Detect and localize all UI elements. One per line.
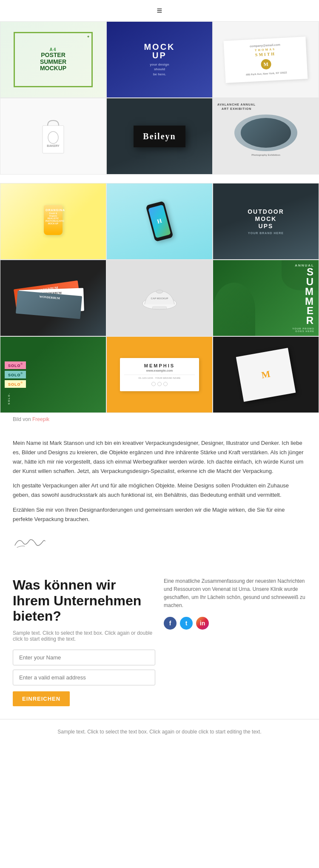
contact-right-text: Eine monatliche Zusammenfassung der neue…	[164, 577, 306, 610]
gallery-cell-poster[interactable]: A4 POSTERSUMMERMOCKUP ✦	[0, 21, 106, 98]
svg-text:CAP MOCKUP: CAP MOCKUP	[151, 297, 168, 300]
gallery-row-1: A4 POSTERSUMMERMOCKUP ✦ MOCKUP your desi…	[0, 21, 319, 98]
gallery-row-2: BAKERY Beileyn AVALANCHE ANNUALART EXHIB…	[0, 98, 319, 175]
gallery-cell-drink[interactable]: ORANGINA Fresh & Organic REALISTICPHOTOR…	[0, 183, 106, 260]
gallery-cell-business[interactable]: company@email.com THOMASSMITH M 485 Park…	[213, 21, 319, 98]
gallery-spacer-1	[0, 175, 319, 183]
about-paragraph-3: Erzählen Sie mir von Ihren Designanforde…	[13, 505, 306, 524]
gallery-cell-sign[interactable]: Beileyn	[106, 98, 213, 175]
instagram-icon[interactable]: in	[196, 617, 209, 630]
cap-illustration: CAP MOCKUP	[140, 283, 179, 313]
gallery-cell-memphis[interactable]: MEMPHIS www.example.com 01-123-1234 · YO…	[106, 336, 213, 413]
svg-rect-0	[43, 126, 64, 153]
submit-button[interactable]: EINREICHEN	[13, 691, 70, 706]
gallery-cell-letter[interactable]: M	[213, 336, 319, 413]
gallery-cell-mockup[interactable]: MOCKUP your designshouldbe here.	[106, 21, 213, 98]
gallery-cell-cap[interactable]: CAP MOCKUP	[106, 260, 213, 336]
twitter-icon[interactable]: t	[180, 617, 193, 630]
about-section: Mein Name ist Mark Stanson und ich bin e…	[0, 426, 319, 564]
footer-text: Sample text. Click to select the text bo…	[13, 728, 306, 736]
about-paragraph-2: Ich gestalte Verpackungen aller Art und …	[13, 481, 306, 500]
gallery-row-4: WONDERBUM WONDERBUM Karina Dryso WONDERB…	[0, 260, 319, 336]
contact-right: Eine monatliche Zusammenfassung der neue…	[164, 577, 306, 630]
contact-section: Was können wir Ihrem Unternehmen bieten?…	[0, 564, 319, 719]
gallery-cell-outdoor[interactable]: OUTDOORMOCKUPS YOUR BRAND HERE	[213, 183, 319, 260]
svg-point-4	[156, 290, 163, 293]
signature-illustration	[13, 533, 47, 550]
svg-rect-5	[152, 307, 167, 309]
gallery-cell-avalanche[interactable]: AVALANCHE ANNUALART EXHIBITION Photograp…	[213, 98, 319, 175]
gallery-cell-summer[interactable]: ANNUAL SUMMER YOUR PROMOGOES HERE	[213, 260, 319, 336]
gallery-section: A4 POSTERSUMMERMOCKUP ✦ MOCKUP your desi…	[0, 21, 319, 413]
email-input[interactable]	[13, 670, 155, 685]
beileyn-label: Beileyn	[143, 132, 176, 141]
gallery-caption: Bild von Freepik	[0, 413, 319, 426]
gallery-cell-solo[interactable]: SOLO® SOLO® SOLO® SOLO.	[0, 336, 106, 413]
facebook-icon[interactable]: f	[164, 617, 177, 630]
svg-text:BAKERY: BAKERY	[47, 144, 60, 147]
gallery-row-5: SOLO® SOLO® SOLO® SOLO. MEMPHIS	[0, 336, 319, 413]
freepik-link[interactable]: Freepik	[32, 416, 49, 422]
contact-left: Was können wir Ihrem Unternehmen bieten?…	[13, 577, 155, 706]
hamburger-icon[interactable]: ≡	[157, 5, 162, 16]
header: ≡	[0, 0, 319, 21]
gallery-cell-bag[interactable]: BAKERY	[0, 98, 106, 175]
name-input[interactable]	[13, 650, 155, 665]
contact-sample-text: Sample text. Click to select the text bo…	[13, 630, 155, 642]
signature	[13, 533, 306, 552]
gallery-cell-phone[interactable]: H	[106, 183, 213, 260]
social-icons: f t in	[164, 617, 306, 630]
gallery-cell-cards[interactable]: WONDERBUM WONDERBUM Karina Dryso WONDERB…	[0, 260, 106, 336]
contact-heading: Was können wir Ihrem Unternehmen bieten?	[13, 577, 155, 624]
bag-illustration: BAKERY	[38, 117, 68, 155]
about-paragraph-1: Mein Name ist Mark Stanson und ich bin e…	[13, 438, 306, 476]
gallery-row-3: ORANGINA Fresh & Organic REALISTICPHOTOR…	[0, 183, 319, 260]
footer: Sample text. Click to select the text bo…	[0, 719, 319, 745]
